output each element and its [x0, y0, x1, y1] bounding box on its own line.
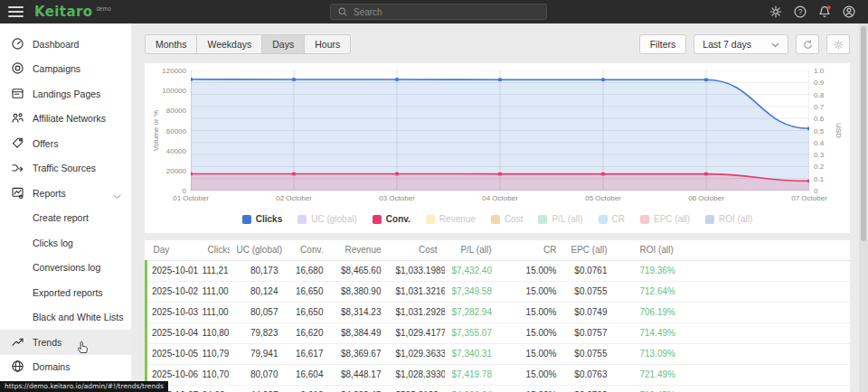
- chevron-down-icon: [113, 191, 121, 201]
- cell-p-l-all: $7,282.94: [445, 302, 499, 322]
- sidebar: DashboardCampaignsLandings PagesAffiliat…: [0, 23, 131, 392]
- legend-label: ROI (all): [719, 214, 752, 224]
- cell-p-l-all: $7,419.78: [445, 364, 499, 385]
- cell-epc-all: $0.0762: [564, 385, 615, 392]
- page-scrollbar: [859, 23, 868, 392]
- table-row: 2025-10-03111,0080,05716,650$8,314.23$1,…: [146, 302, 851, 322]
- help-icon[interactable]: ?: [793, 5, 807, 19]
- sidebar-item-label: Clicks log: [33, 238, 73, 248]
- cell-revenue: $8,369.67: [331, 343, 389, 364]
- chart-settings-button[interactable]: [826, 34, 850, 54]
- legend-item-clicks[interactable]: Clicks: [242, 214, 282, 224]
- legend-item-conv[interactable]: Conv.: [373, 214, 410, 224]
- period-tabs: MonthsWeekdaysDaysHours: [145, 34, 351, 54]
- sidebar-item-label: Dashboard: [33, 39, 79, 50]
- sidebar-item-label: Black and White Lists: [33, 312, 123, 322]
- y-tick-right: 0.5: [814, 126, 824, 135]
- sidebar-item-campaigns[interactable]: Campaigns: [0, 57, 131, 82]
- filters-button[interactable]: Filters: [639, 34, 687, 54]
- legend-label: P/L (all): [552, 214, 582, 224]
- dashboard-icon: [11, 37, 25, 51]
- col-header-uc-global: UC (global): [230, 240, 286, 260]
- table-row: 2025-10-04110,8079,82316,620$8,384.49$1,…: [146, 322, 851, 343]
- cell-cr: 15.00%: [499, 364, 564, 385]
- scrollbar-thumb[interactable]: [861, 26, 866, 241]
- topbar: Keitaro demo Search ?: [0, 0, 868, 23]
- legend-label: Revenue: [439, 214, 476, 224]
- sidebar-item-offers[interactable]: Offers: [0, 131, 131, 156]
- trends-chart-plot[interactable]: [191, 70, 809, 191]
- profile-icon[interactable]: [842, 5, 856, 19]
- sidebar-item-clicks-log[interactable]: Clicks log: [0, 230, 131, 256]
- cell-day: 2025-10-02: [146, 281, 201, 302]
- date-range-select[interactable]: Last 7 days: [693, 34, 788, 54]
- y-tick-right: 0.4: [814, 138, 824, 146]
- cell-epc-all: $0.0761: [564, 260, 615, 281]
- tab-months[interactable]: Months: [146, 35, 197, 53]
- sidebar-item-domains[interactable]: Domains: [0, 355, 131, 380]
- legend-swatch: [373, 215, 382, 224]
- sidebar-item-dashboard[interactable]: Dashboard: [0, 32, 131, 57]
- y-tick-right: 0.7: [814, 102, 824, 110]
- legend-swatch: [599, 215, 608, 224]
- search-input[interactable]: Search: [330, 4, 547, 20]
- settings-gear-icon[interactable]: [769, 5, 783, 19]
- sidebar-item-label: Affiliate Networks: [33, 113, 106, 124]
- legend-item-uc-global[interactable]: UC (global): [297, 214, 357, 224]
- sidebar-item-create-report[interactable]: Create report: [0, 206, 131, 231]
- svg-text:?: ?: [798, 7, 803, 16]
- search-icon: [337, 6, 348, 17]
- notifications-bell-icon[interactable]: [817, 5, 832, 19]
- sidebar-item-trends[interactable]: Trends: [0, 330, 131, 355]
- sidebar-item-black-and-white-lists[interactable]: Black and White Lists: [0, 305, 131, 331]
- x-tick: 07 October: [791, 194, 827, 202]
- refresh-button[interactable]: [796, 34, 819, 54]
- refresh-icon: [802, 39, 814, 51]
- sidebar-item-landings-pages[interactable]: Landings Pages: [0, 81, 131, 107]
- cell-uc-global: 80,070: [230, 364, 286, 385]
- cell-p-l-all: $7,355.07: [445, 322, 499, 343]
- sidebar-item-exported-reports[interactable]: Exported reports: [0, 280, 131, 305]
- legend-item-cost[interactable]: Cost: [491, 214, 524, 224]
- table-row: 2025-10-01111,2180,17316,680$8,465.60$1,…: [146, 260, 851, 281]
- cell-epc-all: $0.0755: [564, 281, 615, 302]
- table-row: 2025-10-02111,0080,12416,650$8,380.90$1,…: [146, 281, 851, 302]
- sidebar-item-label: Domains: [33, 361, 70, 372]
- menu-toggle-icon[interactable]: [8, 6, 24, 17]
- tab-hours[interactable]: Hours: [305, 35, 350, 53]
- x-tick: 01 October: [173, 194, 209, 202]
- cell-uc-global: 44,927: [230, 385, 286, 392]
- y-tick-right: 1.0: [814, 67, 824, 75]
- cell-clicks: 110,79: [201, 343, 230, 364]
- tab-weekdays[interactable]: Weekdays: [197, 35, 262, 53]
- cell-cost: $1,031.2928: [389, 302, 445, 322]
- cell-filler: [701, 385, 851, 392]
- legend-item-p-l-all[interactable]: P/L (all): [538, 214, 582, 224]
- cell-uc-global: 79,823: [230, 322, 286, 343]
- y-axis-label-left: Volume or %: [150, 70, 162, 191]
- legend-item-roi-all[interactable]: ROI (all): [705, 214, 752, 224]
- chevron-down-icon: [771, 39, 779, 50]
- cell-clicks: 110,80: [201, 322, 230, 343]
- legend-item-cr[interactable]: CR: [599, 214, 625, 224]
- sidebar-item-reports[interactable]: Reports: [0, 181, 131, 206]
- x-tick: 04 October: [482, 194, 518, 202]
- sidebar-item-conversions-log[interactable]: Conversions log: [0, 256, 131, 281]
- sidebar-item-affiliate-networks[interactable]: Affiliate Networks: [0, 107, 131, 132]
- cell-uc-global: 80,173: [230, 260, 286, 281]
- legend-item-epc-all[interactable]: EPC (all): [640, 214, 690, 224]
- y-tick-right: 0.8: [814, 90, 824, 98]
- cell-cr: 15.00%: [499, 322, 564, 343]
- x-axis-ticks: 01 October02 October03 October04 October…: [191, 191, 809, 205]
- sidebar-item-traffic-sources[interactable]: Traffic Sources: [0, 156, 131, 182]
- brand-logo[interactable]: Keitaro demo: [34, 4, 111, 20]
- y-tick-right: 0: [814, 187, 817, 195]
- cell-p-l-all: $7,432.40: [445, 260, 499, 281]
- cell-cr: 15.00%: [499, 281, 564, 302]
- col-header-filler: [701, 240, 851, 260]
- landings-icon: [11, 87, 25, 101]
- legend-label: Cost: [505, 214, 524, 224]
- legend-swatch: [640, 215, 649, 224]
- legend-item-revenue[interactable]: Revenue: [426, 214, 476, 224]
- tab-days[interactable]: Days: [262, 35, 305, 53]
